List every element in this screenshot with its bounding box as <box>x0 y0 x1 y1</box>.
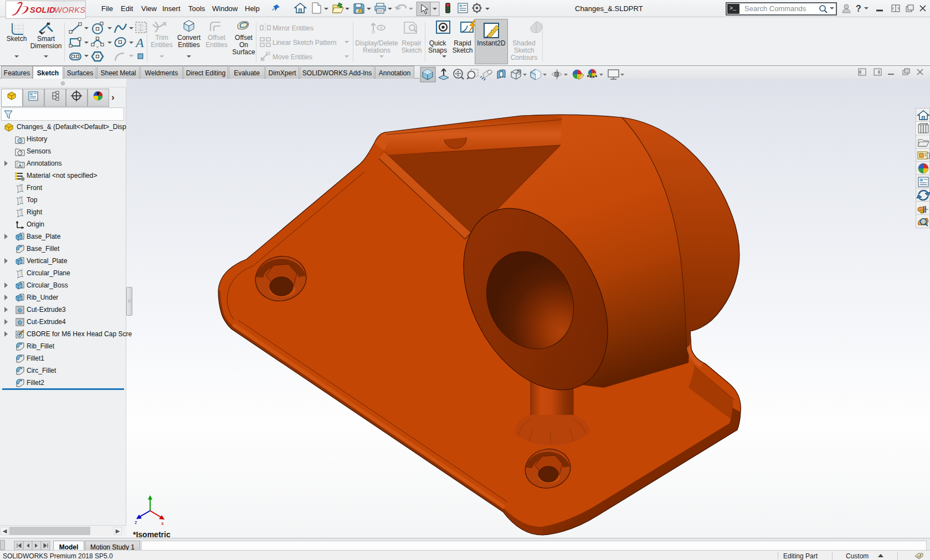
svg-text:z: z <box>135 520 137 525</box>
svg-text:?: ? <box>856 4 861 13</box>
svg-text:WORKS: WORKS <box>54 6 85 14</box>
svg-text:!: ! <box>359 9 361 13</box>
svg-text:SOLID: SOLID <box>30 6 55 14</box>
svg-text:A: A <box>135 35 144 50</box>
svg-text:*Isometric: *Isometric <box>133 530 171 538</box>
svg-text:10: 10 <box>921 210 924 214</box>
svg-text:A: A <box>18 163 22 168</box>
svg-text:x: x <box>161 521 164 526</box>
